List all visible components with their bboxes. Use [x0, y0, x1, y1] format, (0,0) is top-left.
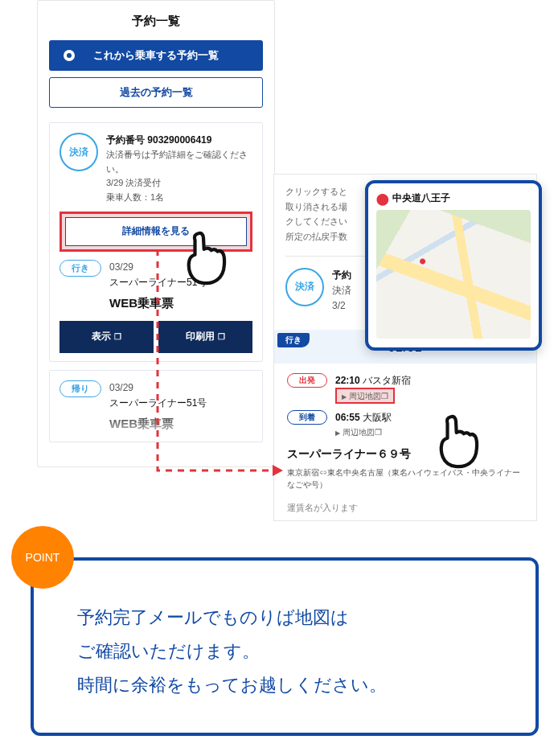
- map-location-row: ⬤ 中央道八王子: [376, 191, 531, 205]
- departure-place: バスタ新宿: [363, 375, 411, 386]
- point-badge-label: POINT: [26, 551, 60, 564]
- show-ticket-label: 表示: [92, 330, 111, 343]
- schedule-block: 出発 22:10 バスタ新宿 ▶ 周辺地図❐ 到着 06:55 大阪駅 ▶ 周辺…: [285, 373, 525, 514]
- bus-route: 東京新宿⇔東名中央名古屋（東名ハイウェイバス・中央ライナーなごや号）: [287, 466, 523, 491]
- passenger-count: 乗車人数：1名: [106, 191, 252, 205]
- paid-stamp: 決済: [285, 268, 324, 306]
- detail-button[interactable]: 詳細情報を見る: [65, 217, 247, 246]
- reservation-info: 予約番号 903290006419 決済番号は予約詳細をご確認ください。 3/2…: [106, 133, 252, 205]
- reservation-note: 決済番号は予約詳細をご確認ください。: [106, 148, 252, 176]
- point-line-1: 予約完了メールでものりば地図は: [77, 607, 349, 627]
- paid-stamp: 決済: [59, 133, 98, 171]
- outbound-route: スーパーライナー51号: [109, 275, 207, 290]
- play-icon: ▶: [335, 429, 340, 437]
- arrival-map-label: 周辺地図: [343, 428, 375, 437]
- reservation-number: 予約番号 903290006419: [106, 133, 252, 148]
- bus-name: スーパーライナー６９号: [287, 447, 523, 462]
- arrival-place: 大阪駅: [363, 412, 392, 423]
- map-location-name: 中央道八王子: [392, 191, 450, 205]
- reservation-card: 決済 予約番号 903290006419 決済番号は予約詳細をご確認ください。 …: [49, 122, 263, 362]
- return-trip-card: 帰り 03/29 スーパーライナー51号 WEB乗車票: [49, 370, 263, 442]
- print-ticket-label: 印刷用: [186, 330, 215, 343]
- arrival-tag: 到着: [287, 410, 327, 425]
- point-callout: 予約完了メールでものりば地図は ご確認いただけます。 時間に余裕をもってお越しく…: [31, 557, 539, 736]
- tab-upcoming-label: これから乗車する予約一覧: [93, 48, 219, 63]
- info-title: 予約: [332, 268, 351, 283]
- outbound-tag: 行き: [59, 260, 101, 277]
- departure-time: 22:10: [335, 375, 360, 386]
- point-line-3: 時間に余裕をもってお越しください。: [77, 675, 387, 695]
- external-link-icon: ❐: [218, 332, 225, 341]
- arrival-map-link[interactable]: ▶ 周辺地図❐: [335, 428, 382, 437]
- map-image[interactable]: [376, 210, 531, 339]
- outbound-pill: 行き: [277, 333, 310, 347]
- reservation-list-panel: 予約一覧 これから乗車する予約一覧 過去の予約一覧 決済 予約番号 903290…: [37, 0, 275, 467]
- print-ticket-button[interactable]: 印刷用 ❐: [158, 321, 252, 353]
- paid-date: 3/29 決済受付: [106, 176, 252, 191]
- show-ticket-button[interactable]: 表示 ❐: [59, 321, 154, 353]
- radio-selected-icon: [64, 50, 75, 61]
- play-icon: ▶: [342, 393, 347, 401]
- departure-map-label: 周辺地図: [349, 392, 381, 401]
- outbound-date: 03/29: [109, 260, 207, 275]
- tab-past[interactable]: 過去の予約一覧: [49, 77, 263, 108]
- fare-placeholder: 運賃名が入ります: [287, 502, 523, 514]
- map-popup: ⬤ 中央道八王子: [365, 180, 542, 351]
- web-ticket-label: WEB乗車票: [109, 414, 207, 433]
- info-line1: 決済: [332, 285, 351, 296]
- point-line-2: ご確認いただけます。: [77, 641, 260, 661]
- page-title: 予約一覧: [49, 9, 263, 40]
- external-link-icon: ❐: [381, 392, 388, 401]
- return-tag: 帰り: [59, 380, 101, 397]
- external-link-icon: ❐: [114, 332, 121, 341]
- reservation-info-small: 予約 決済 3/2: [332, 268, 351, 314]
- tab-upcoming[interactable]: これから乗車する予約一覧: [49, 40, 263, 71]
- departure-tag: 出発: [287, 373, 327, 388]
- map-pin-icon: ⬤: [376, 192, 389, 205]
- info-line2: 3/2: [332, 300, 346, 311]
- detail-button-highlight: 詳細情報を見る: [59, 212, 252, 252]
- point-badge: POINT: [11, 526, 74, 589]
- return-route: スーパーライナー51号: [109, 396, 207, 411]
- arrival-time: 06:55: [335, 412, 360, 423]
- external-link-icon: ❐: [375, 428, 382, 437]
- web-ticket-label: WEB乗車票: [109, 294, 207, 313]
- detail-button-label: 詳細情報を見る: [122, 224, 190, 238]
- tab-past-label: 過去の予約一覧: [120, 85, 193, 100]
- map-link-highlight: ▶ 周辺地図❐: [335, 388, 395, 404]
- tab-toggle-group: これから乗車する予約一覧 過去の予約一覧: [49, 40, 263, 108]
- departure-map-link[interactable]: ▶ 周辺地図❐: [342, 390, 388, 402]
- return-date: 03/29: [109, 380, 207, 396]
